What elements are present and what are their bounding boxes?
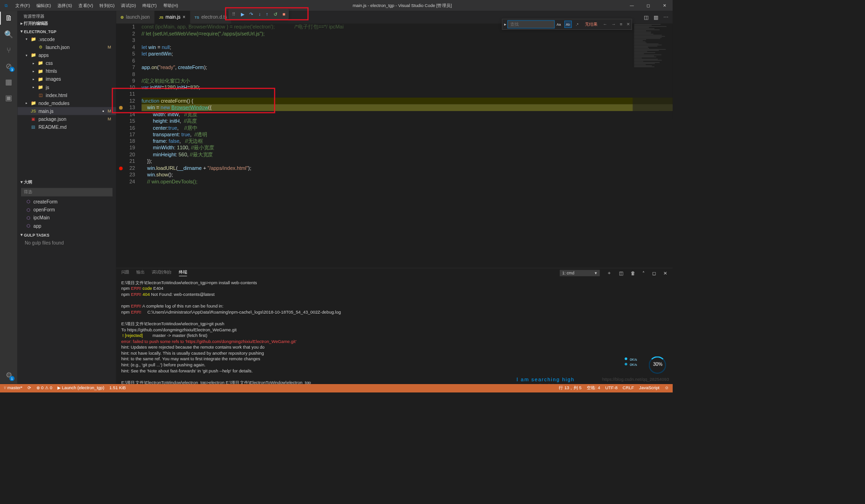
outline-filter[interactable]: 筛选 bbox=[21, 188, 113, 196]
tree-item[interactable]: ▸📁node_modules bbox=[17, 99, 116, 107]
split-editor-icon[interactable]: ◫ bbox=[644, 14, 648, 20]
debug-icon[interactable]: ⊘3 bbox=[4, 62, 13, 70]
source-control-icon[interactable]: ⑂ bbox=[4, 46, 13, 55]
upload-dot-icon bbox=[625, 357, 627, 360]
outline-symbol[interactable]: ⬡app bbox=[17, 222, 116, 230]
step-into-icon[interactable]: ↓ bbox=[259, 11, 261, 17]
git-branch[interactable]: ⑂ master* bbox=[4, 385, 22, 391]
debug-toolbar[interactable]: ⠿ ▶ ↷ ↓ ↑ ↺ ■ bbox=[229, 9, 288, 19]
tree-item[interactable]: ▸📁js bbox=[17, 83, 116, 91]
menu-item[interactable]: 选择(S) bbox=[55, 1, 75, 10]
more-actions-icon[interactable]: ⋯ bbox=[663, 14, 668, 20]
status-item[interactable]: UTF-8 bbox=[605, 385, 618, 391]
find-close-icon[interactable]: ✕ bbox=[625, 22, 632, 27]
menu-item[interactable]: 查看(V) bbox=[76, 1, 96, 10]
close-button[interactable]: ✕ bbox=[656, 3, 673, 8]
menu-item[interactable]: 文件(F) bbox=[13, 1, 33, 10]
step-over-icon[interactable]: ↷ bbox=[249, 11, 253, 17]
tree-item[interactable]: JSmain.js●M bbox=[17, 107, 116, 115]
outline-symbol[interactable]: ⬡createForm bbox=[17, 198, 116, 206]
new-terminal-icon[interactable]: ＋ bbox=[607, 270, 612, 276]
panel-tab[interactable]: 问题 bbox=[121, 270, 129, 276]
editor-tab[interactable]: ⚙launch.json bbox=[116, 11, 155, 23]
tree-item[interactable]: ▸📁htmls bbox=[17, 67, 116, 75]
tree-item[interactable]: ▣package.jsonM bbox=[17, 115, 116, 123]
gulp-section[interactable]: ▾GULP TASKS bbox=[17, 231, 116, 238]
terminal-output[interactable]: E:\项目文件\ElectronToWindow\electron_tgp>np… bbox=[116, 278, 673, 384]
panel-up-icon[interactable]: ˄ bbox=[642, 270, 645, 276]
status-item[interactable]: 空格: 4 bbox=[587, 385, 600, 391]
file-icon: 📁 bbox=[38, 69, 43, 74]
panel-tab[interactable]: 调试控制台 bbox=[152, 270, 172, 276]
tree-item[interactable]: ⚙launch.jsonM bbox=[17, 43, 116, 51]
menu-bar: 文件(F)编辑(E)选择(S)查看(V)转到(G)调试(D)终端(T)帮助(H) bbox=[13, 1, 181, 10]
problems-count[interactable]: ⊗ 0 ⚠ 0 bbox=[36, 385, 53, 391]
status-item[interactable]: ☺ bbox=[665, 385, 669, 391]
match-case-icon[interactable]: Aa bbox=[555, 21, 563, 28]
line-gutter: 123456789101112131415161718192021222324 bbox=[116, 24, 141, 268]
drag-handle-icon[interactable]: ⠿ bbox=[232, 11, 236, 17]
editor-tab[interactable]: JSmain.js× bbox=[155, 11, 190, 23]
continue-icon[interactable]: ▶ bbox=[241, 11, 245, 17]
outline-symbol[interactable]: ⬡ipcMain bbox=[17, 214, 116, 222]
panel-tab[interactable]: 输出 bbox=[136, 270, 144, 276]
find-result: 无结果 bbox=[581, 21, 602, 27]
extensions-icon[interactable]: ▦ bbox=[4, 77, 13, 86]
find-selection-icon[interactable]: ≡ bbox=[619, 22, 624, 27]
whole-word-icon[interactable]: Ab bbox=[564, 21, 572, 28]
settings-icon[interactable]: ⚙1 bbox=[4, 371, 13, 380]
search-icon[interactable]: 🔍 bbox=[4, 30, 13, 39]
panel-close-icon[interactable]: ✕ bbox=[663, 270, 668, 276]
tree-item[interactable]: ▾📁apps bbox=[17, 51, 116, 59]
file-icon: 📁 bbox=[38, 61, 43, 66]
step-out-icon[interactable]: ↑ bbox=[266, 11, 268, 17]
panel-maximize-icon[interactable]: ◻ bbox=[652, 270, 656, 276]
tree-item[interactable]: ◫index.html bbox=[17, 91, 116, 99]
sync-icon[interactable]: ⟳ bbox=[28, 385, 31, 391]
find-widget[interactable]: ▸ Aa Ab .* 无结果 ← → ≡ ✕ bbox=[502, 19, 632, 29]
minimize-button[interactable]: — bbox=[624, 3, 640, 8]
status-item[interactable]: 行 13，列 5 bbox=[559, 385, 582, 391]
restart-icon[interactable]: ↺ bbox=[274, 11, 278, 17]
project-section[interactable]: ▾ELECTRON_TGP bbox=[17, 28, 116, 35]
code-lines[interactable]: const {ipcMain, app, BrowserWindow } = r… bbox=[141, 24, 673, 268]
open-editors-section[interactable]: ▸打开的编辑器 bbox=[17, 19, 116, 28]
menu-item[interactable]: 帮助(H) bbox=[160, 1, 181, 10]
stop-icon[interactable]: ■ bbox=[282, 11, 285, 17]
terminal-select[interactable]: 1: cmd▾ bbox=[560, 270, 600, 276]
kill-terminal-icon[interactable]: 🗑 bbox=[631, 270, 635, 276]
panel-tab[interactable]: 终端 bbox=[179, 270, 187, 276]
status-item[interactable]: JavaScript bbox=[639, 385, 660, 391]
find-prev-icon[interactable]: ← bbox=[601, 22, 609, 27]
editor-tab[interactable]: TSelectron.d.ts bbox=[190, 11, 232, 23]
menu-item[interactable]: 编辑(E) bbox=[34, 1, 54, 10]
outline-section[interactable]: ▾大纲 bbox=[17, 178, 116, 187]
symbol-icon: ⬡ bbox=[25, 207, 31, 212]
tree-item[interactable]: ▸📁css bbox=[17, 59, 116, 67]
tree-item[interactable]: ▸📁images bbox=[17, 75, 116, 83]
explorer-icon[interactable]: 🗎 bbox=[4, 14, 13, 23]
regex-icon[interactable]: .* bbox=[574, 21, 581, 28]
file-icon: ▤ bbox=[30, 125, 36, 130]
code-editor[interactable]: 123456789101112131415161718192021222324 … bbox=[116, 24, 673, 268]
menu-item[interactable]: 调试(D) bbox=[118, 1, 139, 10]
editor-layout-icon[interactable]: ▥ bbox=[654, 14, 658, 20]
watermark: https://blog.csdn.net/qq_28254093 bbox=[602, 377, 669, 382]
find-expand-icon[interactable]: ▸ bbox=[502, 22, 507, 27]
tree-item[interactable]: ▾📁.vscode bbox=[17, 35, 116, 43]
layout-icon[interactable]: ▣ bbox=[4, 94, 13, 103]
outline-symbol[interactable]: ⬡openForm bbox=[17, 206, 116, 214]
tab-close-icon[interactable]: × bbox=[183, 14, 185, 20]
split-terminal-icon[interactable]: ◫ bbox=[619, 270, 623, 276]
tree-item[interactable]: ▤README.md bbox=[17, 123, 116, 131]
maximize-button[interactable]: ◻ bbox=[640, 3, 656, 8]
menu-item[interactable]: 终端(T) bbox=[140, 1, 160, 10]
window-title: main.js - electron_tgp - Visual Studio C… bbox=[181, 2, 623, 8]
menu-item[interactable]: 转到(G) bbox=[97, 1, 118, 10]
file-icon: JS bbox=[30, 109, 36, 114]
find-input[interactable] bbox=[507, 21, 555, 28]
launch-config[interactable]: ▶ Launch (electron_tgp) bbox=[57, 385, 104, 391]
find-next-icon[interactable]: → bbox=[610, 22, 618, 27]
status-item[interactable]: CRLF bbox=[623, 385, 634, 391]
gulp-empty: No gulp files found bbox=[17, 239, 116, 247]
